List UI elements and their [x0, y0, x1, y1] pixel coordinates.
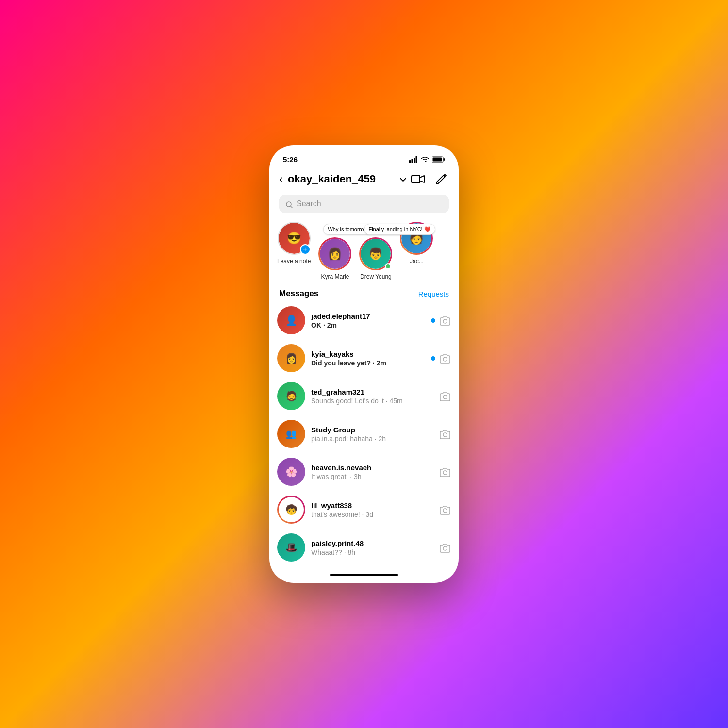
svg-line-9: [291, 206, 293, 208]
message-item-study[interactable]: 👥 Study Group pia.in.a.pod: hahaha · 2h: [277, 415, 451, 453]
svg-rect-2: [414, 158, 415, 163]
message-username: paisley.print.48: [311, 539, 433, 547]
message-actions: [439, 466, 451, 478]
home-bar: [330, 574, 398, 576]
message-preview: that's awesome! · 3d: [311, 511, 433, 518]
avatar-person: 👩: [320, 239, 350, 269]
nav-bar: ‹ okay_kaiden_459: [269, 166, 459, 192]
messages-title: Messages: [279, 289, 318, 298]
message-preview: Did you leave yet? · 2m: [311, 359, 425, 367]
search-bar[interactable]: Search: [279, 195, 449, 213]
camera-button[interactable]: [439, 429, 451, 440]
story-item-drew[interactable]: Finally landing in NYC! ❤️ 👦 Drew Young: [359, 237, 392, 280]
avatar-image: 🎩: [277, 533, 305, 562]
message-content-study: Study Group pia.in.a.pod: hahaha · 2h: [311, 426, 433, 443]
camera-button[interactable]: [439, 353, 451, 364]
svg-point-13: [443, 433, 447, 437]
message-item-paisley[interactable]: 🎩 paisley.print.48 Whaaat?? · 8h: [277, 529, 451, 566]
message-username: lil_wyatt838: [311, 501, 433, 510]
message-preview: It was great! · 3h: [311, 473, 433, 480]
story-avatar-wrapper-self: 😎 +: [278, 222, 311, 255]
message-avatar-wyatt: 🧒: [277, 496, 305, 524]
message-actions: [439, 504, 451, 515]
wifi-icon: [421, 156, 429, 163]
svg-point-16: [443, 546, 447, 550]
home-indicator: [269, 566, 459, 583]
svg-rect-0: [409, 160, 411, 163]
message-avatar-heaven: 🌸: [277, 458, 305, 486]
message-list: 👤 jaded.elephant17 OK · 2m 👩: [269, 301, 459, 566]
search-placeholder: Search: [297, 199, 321, 208]
message-actions: [439, 542, 451, 553]
story-label-kyra: Kyra Marie: [321, 273, 349, 280]
message-item-jaded[interactable]: 👤 jaded.elephant17 OK · 2m: [277, 301, 451, 339]
svg-rect-6: [433, 157, 442, 161]
message-username: heaven.is.nevaeh: [311, 463, 433, 472]
unread-indicator: [431, 356, 435, 361]
message-avatar-kyia: 👩: [277, 344, 305, 372]
svg-point-11: [443, 357, 447, 361]
message-content-wyatt: lil_wyatt838 that's awesome! · 3d: [311, 501, 433, 518]
avatar-image: 👤: [277, 306, 305, 334]
camera-button[interactable]: [439, 315, 451, 326]
message-content-jaded: jaded.elephant17 OK · 2m: [311, 312, 425, 329]
message-content-ted: ted_graham321 Sounds good! Let's do it ·…: [311, 388, 433, 405]
add-story-button[interactable]: +: [300, 244, 311, 255]
message-preview: Whaaat?? · 8h: [311, 548, 433, 556]
avatar-image: 🌸: [277, 458, 305, 486]
message-preview: OK · 2m: [311, 321, 425, 329]
requests-link[interactable]: Requests: [418, 290, 449, 298]
camera-button[interactable]: [439, 542, 451, 553]
message-content-paisley: paisley.print.48 Whaaat?? · 8h: [311, 539, 433, 556]
message-content-heaven: heaven.is.nevaeh It was great! · 3h: [311, 463, 433, 480]
message-username: ted_graham321: [311, 388, 433, 396]
messages-header: Messages Requests: [269, 287, 459, 301]
message-avatar-jaded: 👤: [277, 306, 305, 334]
story-item-kyra[interactable]: Why is tomorrow Monday!? 🤩 👩 Kyra Marie: [318, 237, 351, 280]
story-label-jack: Jac...: [410, 258, 424, 265]
svg-point-10: [443, 319, 447, 323]
story-note-drew: Finally landing in NYC! ❤️: [364, 224, 435, 235]
compose-button[interactable]: [433, 171, 449, 187]
stories-row: 😎 + Leave a note Why is tomorrow Monday!…: [269, 218, 459, 287]
svg-rect-7: [412, 175, 420, 183]
message-item-wyatt[interactable]: 🧒 lil_wyatt838 that's awesome! · 3d: [277, 491, 451, 529]
story-avatar-wrapper-drew: 👦: [359, 237, 392, 270]
camera-button[interactable]: [439, 391, 451, 402]
avatar-image: 👩: [277, 344, 305, 372]
message-avatar-paisley: 🎩: [277, 533, 305, 562]
message-username: Study Group: [311, 426, 433, 434]
message-actions: [439, 429, 451, 440]
message-actions: [431, 353, 451, 364]
message-username: kyia_kayaks: [311, 350, 425, 358]
phone-frame: 5:26 ‹ okay_kaiden_: [269, 145, 459, 583]
message-actions: [439, 391, 451, 402]
story-avatar-wrapper-kyra: 👩: [318, 237, 351, 270]
avatar-image: 🧒: [279, 497, 304, 522]
video-camera-button[interactable]: [410, 171, 426, 187]
nav-actions: [410, 171, 449, 187]
nav-title: okay_kaiden_459: [288, 173, 395, 185]
message-avatar-study: 👥: [277, 420, 305, 448]
unread-indicator: [431, 318, 435, 323]
status-time: 5:26: [283, 155, 298, 164]
search-icon: [286, 199, 293, 208]
svg-point-15: [443, 509, 447, 513]
avatar-image: 👥: [277, 420, 305, 448]
message-item-heaven[interactable]: 🌸 heaven.is.nevaeh It was great! · 3h: [277, 453, 451, 491]
status-bar: 5:26: [269, 145, 459, 166]
message-content-kyia: kyia_kayaks Did you leave yet? · 2m: [311, 350, 425, 367]
search-container: Search: [269, 192, 459, 218]
message-username: jaded.elephant17: [311, 312, 425, 320]
status-icons: [409, 156, 445, 163]
nav-chevron[interactable]: [400, 175, 406, 183]
back-button[interactable]: ‹: [279, 172, 283, 186]
message-item-ted[interactable]: 🧔 ted_graham321 Sounds good! Let's do it…: [277, 377, 451, 415]
online-indicator: [385, 263, 391, 269]
story-item-self[interactable]: 😎 + Leave a note: [277, 222, 311, 280]
battery-icon: [432, 156, 445, 163]
camera-button[interactable]: [439, 466, 451, 478]
camera-button[interactable]: [439, 504, 451, 515]
message-avatar-ted: 🧔: [277, 382, 305, 410]
message-item-kyia[interactable]: 👩 kyia_kayaks Did you leave yet? · 2m: [277, 339, 451, 377]
